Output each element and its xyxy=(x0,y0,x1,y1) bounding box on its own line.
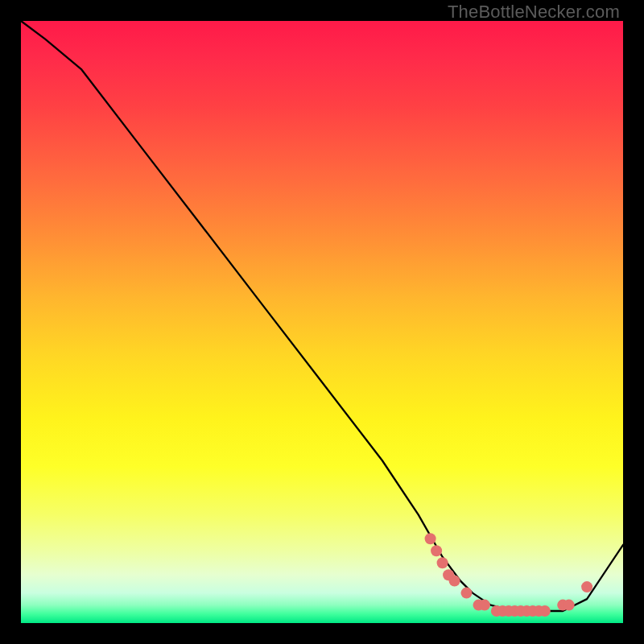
chart-stage: TheBottleNecker.com xyxy=(0,0,644,644)
data-point xyxy=(431,545,442,556)
data-point xyxy=(461,588,473,599)
data-point xyxy=(581,581,592,592)
data-point xyxy=(564,600,575,611)
data-point xyxy=(425,533,436,544)
chart-svg xyxy=(21,21,623,623)
marker-group xyxy=(425,533,593,617)
data-point xyxy=(539,605,551,617)
data-point xyxy=(449,576,460,587)
bottleneck-curve xyxy=(21,21,623,611)
watermark-label: TheBottleNecker.com xyxy=(448,2,620,23)
data-point xyxy=(479,600,490,611)
plot-area xyxy=(21,21,623,623)
data-point xyxy=(437,557,448,568)
